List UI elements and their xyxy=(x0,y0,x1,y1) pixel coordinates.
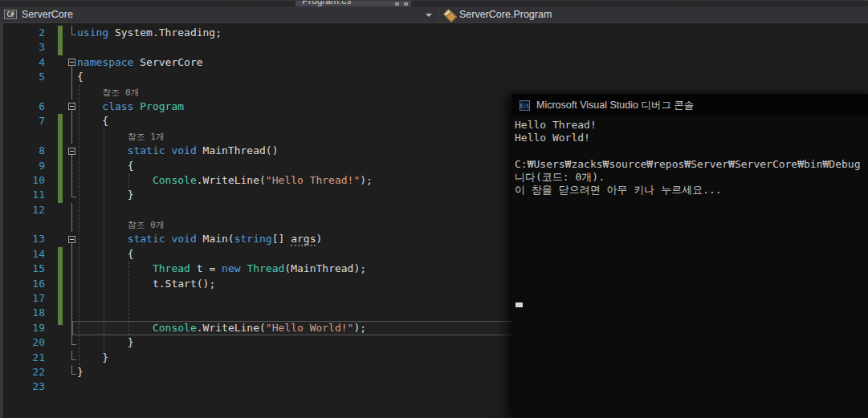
line-number xyxy=(0,129,45,144)
code-text: Console.WriteLine("Hello Thread!"); xyxy=(77,173,373,188)
project-dropdown[interactable]: ServerCore xyxy=(22,9,73,20)
line-number: 8 xyxy=(0,144,45,158)
line-number: 5 xyxy=(0,70,45,84)
chevron-down-icon[interactable] xyxy=(426,14,432,17)
console-line: C:₩Users₩zacks₩source₩repos₩Server₩Serve… xyxy=(515,158,868,171)
codelens-references-link[interactable]: 참조 0개 xyxy=(102,87,139,98)
code-text: using System.Threading; xyxy=(77,26,222,40)
outline-guide xyxy=(63,40,77,55)
code-text: { xyxy=(77,70,84,84)
line-number: 15 xyxy=(0,262,45,276)
line-number: 12 xyxy=(0,203,45,217)
line-number: 23 xyxy=(0,379,45,394)
outline-guide xyxy=(63,129,77,144)
collapse-box[interactable] xyxy=(63,55,77,70)
codelens-references-link[interactable]: 참조 0개 xyxy=(128,220,165,230)
collapse-box[interactable] xyxy=(63,144,77,158)
line-number: 4 xyxy=(0,55,45,70)
tab-strip: Program.cs xyxy=(0,0,868,6)
line-number: 17 xyxy=(0,291,45,306)
outline-guide xyxy=(63,217,77,232)
line-number: 16 xyxy=(0,277,45,291)
code-text: { xyxy=(77,159,133,173)
collapse-minus-icon[interactable] xyxy=(68,103,75,110)
tab-close-icon[interactable] xyxy=(404,2,408,6)
console-titlebar[interactable]: C:\ Microsoft Visual Studio 디버그 콘솔 xyxy=(512,94,868,116)
code-text: 참조 1개 xyxy=(77,129,165,144)
navigation-bar: C# ServerCore ServerCore.Program xyxy=(0,6,868,23)
code-text: } xyxy=(77,188,133,202)
code-text: class Program xyxy=(77,99,184,114)
code-text: { xyxy=(77,114,108,128)
member-dropdown[interactable]: ServerCore.Program xyxy=(459,9,552,20)
collapse-minus-icon[interactable] xyxy=(68,59,75,66)
csharp-project-icon: C# xyxy=(4,10,17,19)
collapse-box[interactable] xyxy=(63,99,77,114)
outline-guide xyxy=(63,351,77,365)
line-number: 7 xyxy=(0,114,45,128)
outline-guide xyxy=(63,26,77,40)
line-number: 21 xyxy=(0,351,45,365)
code-text: { xyxy=(77,247,133,262)
code-row[interactable]: 5{ xyxy=(0,70,868,84)
outline-guide xyxy=(63,247,77,262)
line-number: 10 xyxy=(0,173,45,188)
outline-guide xyxy=(63,291,77,306)
collapse-box[interactable] xyxy=(63,232,77,246)
console-line: 이 창을 닫으려면 아무 키나 누르세요... xyxy=(515,184,868,197)
class-icon xyxy=(444,10,454,20)
code-row[interactable]: 2using System.Threading; xyxy=(0,26,868,40)
code-text: 참조 0개 xyxy=(77,217,165,232)
console-line: Hello World! xyxy=(515,132,868,144)
outline-guide xyxy=(63,159,77,173)
line-number: 14 xyxy=(0,247,45,262)
navbar-divider xyxy=(438,7,439,22)
outline-guide xyxy=(63,85,77,99)
line-number: 9 xyxy=(0,159,45,173)
code-text: } xyxy=(77,365,84,379)
outline-guide xyxy=(63,173,77,188)
console-line xyxy=(515,144,868,157)
line-number: 11 xyxy=(0,188,45,202)
outline-guide xyxy=(63,306,77,320)
cmd-icon[interactable]: C:\ xyxy=(520,100,530,111)
console-line: Hello Thread! xyxy=(515,119,868,132)
line-number: 20 xyxy=(0,335,45,350)
outline-guide xyxy=(63,321,77,335)
line-number: 3 xyxy=(0,40,45,55)
outline-guide xyxy=(63,379,77,394)
line-number: 13 xyxy=(0,232,45,246)
code-row[interactable]: 4namespace ServerCore xyxy=(0,55,868,70)
code-row[interactable]: 3 xyxy=(0,40,868,55)
code-text: } xyxy=(77,335,133,350)
code-text: t.Start(); xyxy=(77,277,215,291)
outline-guide xyxy=(63,277,77,291)
console-line: 니다(코드: 0개). xyxy=(515,171,868,184)
code-text: Thread t = new Thread(MainThread); xyxy=(77,262,366,276)
outline-guide xyxy=(63,188,77,202)
collapse-minus-icon[interactable] xyxy=(68,236,75,243)
code-text: } xyxy=(77,351,108,365)
console-title: Microsoft Visual Studio 디버그 콘솔 xyxy=(536,99,694,112)
tab-pin-icon[interactable] xyxy=(395,2,399,6)
outline-guide xyxy=(63,335,77,350)
collapse-minus-icon[interactable] xyxy=(68,148,75,155)
code-text: Console.WriteLine("Hello World!"); xyxy=(77,321,366,335)
line-number: 22 xyxy=(0,365,45,379)
console-cursor xyxy=(516,302,523,307)
line-number: 2 xyxy=(0,26,45,40)
codelens-references-link[interactable]: 참조 1개 xyxy=(128,132,165,142)
line-number xyxy=(0,217,45,232)
code-text: 참조 0개 xyxy=(77,85,140,99)
outline-guide xyxy=(63,262,77,276)
line-number: 19 xyxy=(0,321,45,335)
console-output[interactable]: Hello Thread!Hello World!C:₩Users₩zacks₩… xyxy=(512,116,868,197)
code-text: namespace ServerCore xyxy=(77,55,203,70)
line-number xyxy=(0,85,45,99)
outline-guide xyxy=(63,114,77,128)
code-text: static void Main(string[] args) xyxy=(77,232,322,246)
outline-guide xyxy=(63,203,77,217)
debug-console-window[interactable]: C:\ Microsoft Visual Studio 디버그 콘솔 Hello… xyxy=(512,94,868,418)
code-text: static void MainThread() xyxy=(77,144,278,158)
line-number: 18 xyxy=(0,306,45,320)
